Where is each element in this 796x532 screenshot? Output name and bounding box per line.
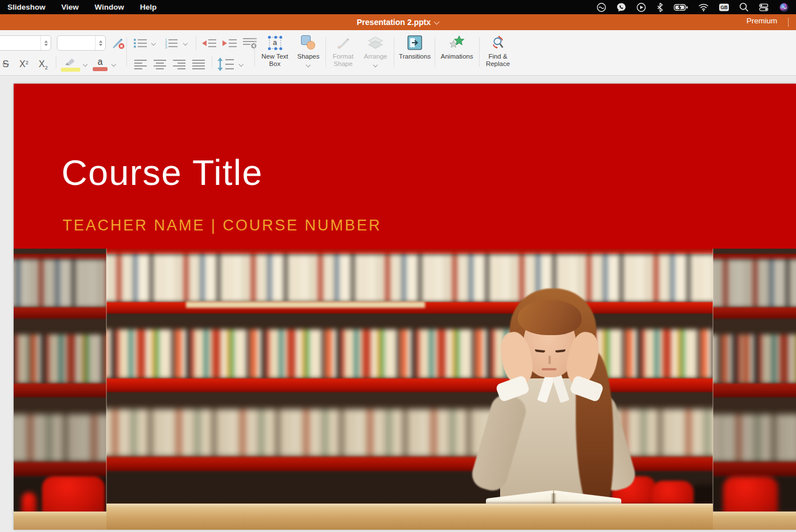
app-menus: Slideshow View Window Help bbox=[0, 3, 156, 11]
editing-canvas: Course Title TEACHER NAME | COURSE NUMBE… bbox=[0, 76, 796, 532]
bluetooth-icon[interactable] bbox=[656, 2, 664, 13]
format-shape-button[interactable]: Format Shape bbox=[328, 35, 358, 72]
arrange-icon bbox=[368, 35, 383, 51]
menu-view[interactable]: View bbox=[61, 3, 79, 11]
premium-button[interactable]: Premium bbox=[746, 17, 777, 25]
font-size-combo[interactable] bbox=[57, 35, 106, 51]
bullet-list-dropdown[interactable] bbox=[149, 39, 156, 48]
toolbar-divider bbox=[479, 37, 480, 67]
toolbar-divider bbox=[126, 37, 127, 67]
font-color-dropdown[interactable] bbox=[109, 59, 116, 70]
photo-left-strip bbox=[14, 249, 106, 530]
highlight-color-button[interactable] bbox=[60, 55, 81, 73]
new-text-box-label: New Text Box bbox=[258, 53, 292, 68]
viber-icon[interactable] bbox=[616, 2, 626, 13]
font-name-stepper[interactable] bbox=[40, 36, 51, 50]
find-replace-label: Find & Replace bbox=[481, 53, 514, 68]
font-color-button[interactable]: a bbox=[91, 55, 109, 73]
clear-formatting-button[interactable] bbox=[110, 36, 125, 50]
font-name-combo[interactable] bbox=[0, 35, 51, 51]
toolbar-divider bbox=[196, 36, 196, 50]
decrease-indent-button[interactable] bbox=[200, 36, 218, 50]
line-spacing-button[interactable] bbox=[216, 56, 236, 72]
titlebar-divider bbox=[788, 18, 789, 27]
paragraph-settings-button[interactable] bbox=[241, 36, 259, 50]
numbered-list-dropdown[interactable] bbox=[181, 39, 188, 48]
slide[interactable]: Course Title TEACHER NAME | COURSE NUMBE… bbox=[14, 84, 796, 530]
justify-button[interactable] bbox=[191, 57, 207, 71]
transitions-button[interactable]: Transitions bbox=[397, 35, 432, 72]
bullet-list-button[interactable] bbox=[132, 36, 149, 50]
photo-seam bbox=[712, 249, 713, 530]
format-shape-label: Format Shape bbox=[328, 53, 358, 68]
title-banner[interactable]: Course Title TEACHER NAME | COURSE NUMBE… bbox=[14, 84, 796, 249]
desk-wood bbox=[713, 512, 796, 530]
control-center-icon[interactable] bbox=[758, 2, 769, 13]
new-text-box-icon: a bbox=[269, 35, 281, 51]
new-text-box-button[interactable]: a New Text Box bbox=[258, 35, 292, 72]
bangs bbox=[518, 300, 581, 335]
nose bbox=[548, 356, 551, 364]
title-bar: Presentation 2.pptx Premium bbox=[0, 14, 796, 30]
toolbar-divider bbox=[56, 56, 56, 68]
animations-button[interactable]: Animations bbox=[438, 35, 476, 72]
line-spacing-dropdown[interactable] bbox=[237, 60, 244, 69]
desk-wood bbox=[106, 504, 713, 530]
desk-wood bbox=[14, 512, 106, 530]
numbered-list-button[interactable]: 1 2 3 bbox=[163, 36, 180, 50]
arrange-button[interactable]: Arrange bbox=[361, 35, 390, 72]
ribbon-toolbar: S X2 X2 a bbox=[0, 30, 796, 76]
menu-slideshow[interactable]: Slideshow bbox=[7, 3, 46, 11]
transitions-label: Transitions bbox=[399, 53, 431, 60]
svg-text:GB: GB bbox=[720, 5, 728, 10]
highlighter-icon bbox=[63, 57, 78, 67]
svg-text:3: 3 bbox=[165, 45, 167, 49]
spotlight-search-icon[interactable] bbox=[739, 2, 749, 12]
highlight-color-dropdown[interactable] bbox=[81, 59, 88, 70]
toolbar-divider bbox=[325, 37, 326, 67]
menu-help[interactable]: Help bbox=[140, 3, 156, 11]
library-photo[interactable] bbox=[14, 249, 796, 530]
menu-window[interactable]: Window bbox=[94, 3, 124, 11]
superscript-button[interactable]: X2 bbox=[16, 56, 32, 72]
document-title[interactable]: Presentation 2.pptx bbox=[357, 18, 439, 27]
slide-subtitle-textbox[interactable]: TEACHER NAME | COURSE NUMBER bbox=[63, 217, 382, 234]
animations-label: Animations bbox=[441, 53, 473, 60]
creative-cloud-icon[interactable] bbox=[596, 2, 607, 13]
shapes-button[interactable]: Shapes bbox=[294, 35, 323, 72]
arrange-label: Arrange bbox=[364, 53, 387, 60]
strikethrough-label: S bbox=[2, 59, 9, 70]
strikethrough-button[interactable]: S bbox=[0, 56, 11, 72]
animations-icon bbox=[448, 35, 465, 51]
chevron-down-icon bbox=[374, 63, 377, 67]
slide-title-textbox[interactable]: Course Title bbox=[61, 152, 263, 193]
mouth bbox=[542, 368, 556, 370]
align-left-button[interactable] bbox=[133, 57, 149, 71]
align-right-button[interactable] bbox=[172, 57, 188, 71]
menu-bar: Slideshow View Window Help bbox=[0, 0, 796, 14]
increase-indent-button[interactable] bbox=[221, 36, 239, 50]
align-center-button[interactable] bbox=[152, 57, 168, 71]
chevron-down-icon bbox=[435, 19, 439, 23]
reading-woman bbox=[469, 283, 640, 530]
toolbar-divider bbox=[254, 37, 255, 67]
find-replace-button[interactable]: Find & Replace bbox=[481, 35, 514, 72]
shapes-label: Shapes bbox=[297, 53, 319, 60]
wifi-icon[interactable] bbox=[698, 2, 709, 12]
toolbar-divider bbox=[394, 37, 394, 67]
app-window: Slideshow View Window Help bbox=[0, 0, 796, 532]
photo-right-strip bbox=[713, 249, 796, 530]
siri-icon[interactable] bbox=[779, 2, 789, 13]
subscript-button[interactable]: X2 bbox=[35, 56, 51, 72]
media-play-icon[interactable] bbox=[636, 2, 646, 13]
battery-charging-icon[interactable] bbox=[674, 2, 688, 13]
font-color-letter: a bbox=[98, 58, 103, 66]
photo-seam bbox=[106, 249, 107, 530]
font-size-stepper[interactable] bbox=[95, 36, 105, 50]
chevron-down-icon bbox=[307, 63, 310, 67]
photo-main bbox=[106, 249, 713, 530]
toolbar-divider bbox=[212, 56, 212, 68]
input-source-icon[interactable]: GB bbox=[719, 2, 729, 13]
format-shape-icon bbox=[336, 35, 350, 51]
document-title-text: Presentation 2.pptx bbox=[357, 18, 431, 27]
